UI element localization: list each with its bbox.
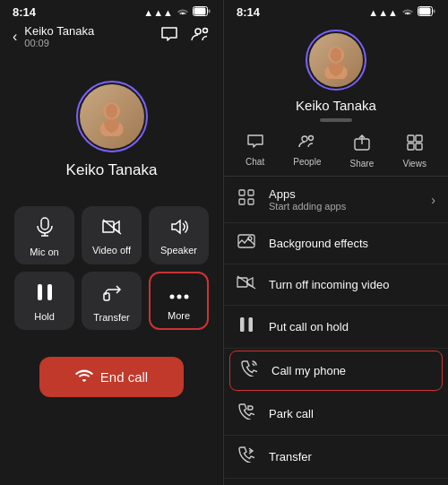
menu-item-background[interactable]: Background effects [224, 223, 448, 264]
park-label: Park call [269, 407, 435, 420]
avatar-ring-left [76, 81, 148, 152]
hold-button[interactable]: Hold [14, 272, 74, 330]
svg-rect-14 [47, 284, 52, 300]
svg-point-17 [177, 295, 181, 299]
call-duration: 00:09 [24, 38, 94, 48]
transfer-menu-icon [237, 446, 256, 467]
tab-people[interactable]: People [286, 131, 328, 172]
controls-grid: Mic on Video off Speaker [14, 206, 209, 330]
apps-content: Apps Start adding apps [269, 187, 418, 212]
wifi-icon-left [177, 7, 189, 18]
right-avatar [309, 33, 363, 87]
call-phone-label: Call my phone [271, 364, 433, 377]
incoming-video-content: Turn off incoming video [269, 278, 435, 291]
signal-icon-left: ▲▲▲ [143, 7, 173, 18]
svg-rect-32 [239, 190, 245, 195]
svg-rect-21 [419, 8, 431, 15]
right-panel: 8:14 ▲▲▲ [224, 0, 448, 485]
svg-rect-28 [408, 135, 414, 142]
menu-item-hold[interactable]: Put call on hold [224, 306, 448, 349]
tab-views[interactable]: Views [395, 131, 434, 172]
chat-tab-icon [247, 134, 263, 153]
svg-point-23 [331, 48, 342, 62]
mic-button[interactable]: Mic on [14, 206, 74, 264]
menu-item-transfer[interactable]: Transfer [224, 436, 448, 479]
hold-label: Put call on hold [269, 320, 435, 333]
action-tabs: Chat People Share [224, 122, 448, 177]
svg-rect-2 [194, 8, 206, 15]
mic-icon [36, 217, 54, 241]
speaker-button[interactable]: Speaker [149, 206, 209, 264]
menu-list: Apps Start adding apps › Background effe… [224, 177, 448, 485]
battery-icon-right [418, 6, 435, 18]
more-button[interactable]: More [149, 272, 209, 330]
video-button[interactable]: Video off [82, 206, 142, 264]
apps-icon [237, 189, 256, 210]
svg-rect-15 [104, 293, 109, 300]
status-icons-left: ▲▲▲ [143, 6, 211, 18]
video-label: Video off [92, 245, 131, 255]
svg-point-18 [184, 295, 188, 299]
chat-tab-label: Chat [246, 157, 264, 167]
transfer-label-right: Transfer [269, 450, 435, 463]
svg-point-25 [302, 136, 307, 142]
tab-share[interactable]: Share [343, 131, 382, 172]
end-call-label: End call [100, 369, 148, 385]
call-phone-content: Call my phone [271, 364, 433, 377]
svg-rect-39 [240, 317, 245, 332]
status-bar-right: 8:14 ▲▲▲ [224, 0, 448, 22]
svg-rect-34 [239, 199, 245, 204]
transfer-label: Transfer [93, 312, 130, 323]
svg-rect-35 [248, 199, 254, 204]
svg-point-26 [308, 136, 313, 141]
right-caller-name: Keiko Tanaka [296, 98, 376, 113]
svg-rect-13 [38, 284, 42, 300]
svg-point-16 [169, 295, 174, 299]
apps-arrow: › [431, 193, 435, 207]
speaker-icon [169, 219, 189, 239]
tab-chat[interactable]: Chat [238, 131, 271, 172]
chat-icon[interactable] [160, 26, 178, 47]
right-avatar-ring [306, 30, 366, 91]
svg-rect-33 [248, 190, 254, 195]
svg-point-3 [195, 29, 201, 34]
share-tab-label: Share [350, 159, 375, 169]
transfer-content: Transfer [269, 450, 435, 463]
menu-item-call-phone[interactable]: Call my phone [229, 351, 443, 391]
call-phone-icon [239, 360, 259, 381]
end-call-button[interactable]: End call [39, 357, 184, 397]
avatar-left [80, 84, 144, 149]
views-tab-icon [407, 134, 423, 155]
svg-rect-20 [434, 10, 435, 13]
people-tab-icon [298, 134, 316, 153]
background-icon [237, 234, 256, 253]
hold-content: Put call on hold [269, 320, 435, 333]
background-label: Background effects [269, 237, 435, 250]
menu-item-apps[interactable]: Apps Start adding apps › [224, 177, 448, 223]
more-label: More [168, 310, 190, 321]
svg-rect-40 [249, 317, 254, 332]
top-bar-left: ‹ Keiko Tanaka 00:09 [0, 22, 223, 54]
people-icon[interactable] [191, 26, 211, 47]
svg-point-4 [203, 29, 208, 33]
end-call-icon [75, 369, 93, 385]
svg-rect-1 [209, 10, 211, 13]
menu-item-park[interactable]: Park call [224, 393, 448, 436]
svg-point-37 [248, 237, 252, 240]
svg-rect-8 [41, 218, 48, 230]
transfer-button[interactable]: Transfer [82, 272, 142, 330]
time-left: 8:14 [13, 5, 36, 19]
hold-icon [37, 283, 53, 306]
back-button[interactable]: ‹ [13, 29, 17, 45]
right-avatar-section: Keiko Tanaka [224, 30, 448, 113]
views-tab-label: Views [402, 159, 426, 169]
svg-point-6 [106, 104, 117, 118]
svg-rect-29 [416, 135, 422, 142]
park-content: Park call [269, 407, 435, 420]
apps-label: Apps [269, 187, 418, 201]
background-content: Background effects [269, 237, 435, 250]
menu-item-incoming-video[interactable]: Turn off incoming video [224, 264, 448, 306]
transfer-icon [102, 282, 122, 307]
signal-icon-right: ▲▲▲ [368, 7, 398, 18]
top-bar-caller: ‹ Keiko Tanaka 00:09 [13, 24, 94, 48]
